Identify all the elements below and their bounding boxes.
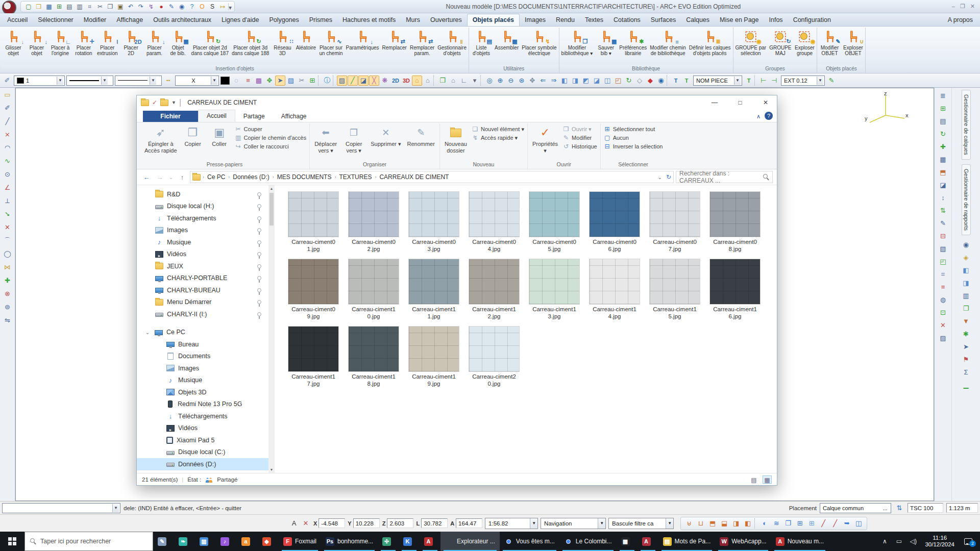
tool-icon[interactable]: ◎: [484, 76, 495, 86]
ribbon-button[interactable]: ❒ Modifier bibliothèque ▾: [560, 28, 595, 64]
taskbar-app-button[interactable]: ❧: [174, 532, 195, 551]
breadcrumb-item[interactable]: Données (D:): [231, 172, 271, 182]
qat-icon[interactable]: ↦: [218, 2, 227, 11]
ribbon-button[interactable]: ↓ Paramétriques: [345, 28, 381, 64]
sidebar-item[interactable]: Musique: [137, 236, 268, 248]
menu-tab[interactable]: Infos: [764, 14, 788, 26]
tool-icon[interactable]: ✕: [938, 320, 948, 331]
file-item[interactable]: Carreau-ciment12.jpg: [467, 259, 522, 326]
linewidth-combobox[interactable]: ▼: [115, 76, 162, 86]
ribbon-button[interactable]: ↻ Placer objet 2d dans calque 187: [190, 28, 230, 64]
tool-icon[interactable]: ➘: [3, 209, 13, 219]
tool-icon[interactable]: ✱: [961, 329, 971, 339]
tool-icon[interactable]: ⊗: [3, 289, 13, 299]
tool-icon[interactable]: ⊣: [769, 76, 779, 86]
tool-icon[interactable]: ⊖: [506, 76, 516, 86]
linetype-combobox[interactable]: ▼: [66, 76, 113, 86]
status-icon[interactable]: A: [289, 518, 299, 529]
file-item[interactable]: Carreau-ciment01.jpg: [286, 191, 341, 259]
action-center-button[interactable]: 2: [960, 538, 977, 545]
file-item[interactable]: Carreau-ciment03.jpg: [406, 191, 461, 259]
menu-tab[interactable]: Murs: [401, 14, 425, 26]
chevron-down-icon[interactable]: ⌄: [144, 330, 151, 335]
tool-icon[interactable]: ╱: [818, 518, 828, 529]
tool-icon[interactable]: ╱: [3, 116, 13, 127]
tool-icon[interactable]: ⊡: [938, 308, 948, 318]
tool-icon[interactable]: ◐: [760, 518, 770, 529]
sidebar-item[interactable]: Images: [137, 224, 268, 237]
sidebar-item[interactable]: Données (D:): [137, 458, 268, 470]
tool-icon[interactable]: ✕: [3, 222, 13, 233]
taskbar-app-button[interactable]: Vous êtes m...: [500, 532, 559, 551]
taskbar-app-button[interactable]: ▤ Mots de Pa...: [658, 532, 716, 551]
tool-icon[interactable]: [333, 76, 336, 86]
coordinate-value[interactable]: 10.228: [353, 518, 380, 528]
taskbar-app-button[interactable]: Explorateur ...: [440, 532, 500, 551]
ribbon-big-button[interactable]: ❐ Copier: [180, 123, 206, 155]
menu-tab[interactable]: Accueil: [2, 14, 33, 26]
height-field[interactable]: 1.123 m: [946, 503, 978, 513]
ribbon-button[interactable]: ↻ GROUPE MAJ: [768, 28, 793, 64]
explorer-title-bar[interactable]: ✓ ▼ | CARREAUX DE CIMENT — □ ✕: [137, 95, 777, 110]
ribbon-button[interactable]: ≡ Modifier chemin de bibliothèque: [648, 28, 688, 64]
tool-icon[interactable]: ◩: [581, 76, 591, 86]
coordinate-value[interactable]: 2.603: [387, 518, 413, 528]
ribbon-button[interactable]: I Placer extrusion: [95, 28, 119, 64]
taskbar-app-button[interactable]: ♪: [216, 532, 237, 551]
tool-icon[interactable]: ➤: [275, 76, 285, 86]
tool-icon[interactable]: ❐: [783, 518, 793, 529]
tool-icon[interactable]: 2D: [390, 76, 401, 86]
file-item[interactable]: Carreau-ciment10.jpg: [346, 259, 401, 326]
tool-icon[interactable]: ◪: [592, 76, 602, 86]
coordinate-value[interactable]: -4.548: [318, 518, 345, 528]
tool-icon[interactable]: ◉: [961, 240, 971, 250]
menu-tab[interactable]: Modifier: [79, 14, 111, 26]
qat-icon[interactable]: ?: [187, 2, 197, 11]
sidebar-item[interactable]: Disque local (C:): [137, 446, 268, 459]
file-item[interactable]: Carreau-ciment20.jpg: [467, 326, 522, 393]
ribbon-button[interactable]: ◉ GROUPE par sélection: [734, 28, 768, 64]
sidebar-item[interactable]: CHARLY-II (I:): [137, 308, 268, 320]
taskbar-app-button[interactable]: W WebAcapp...: [715, 532, 771, 551]
taskbar-app-button[interactable]: Ps bonhomme...: [321, 532, 378, 551]
sidebar-item[interactable]: Objets 3D: [137, 386, 268, 398]
qat-icon[interactable]: S: [208, 2, 217, 11]
hatch-combobox[interactable]: X ▼: [175, 76, 219, 86]
tool-icon[interactable]: ➥: [842, 518, 852, 529]
tool-icon[interactable]: ↕: [938, 193, 948, 203]
file-item[interactable]: Carreau-ciment09.jpg: [286, 259, 341, 326]
properties-button[interactable]: ✓ Propriétés ▾: [530, 123, 560, 155]
ribbon-button[interactable]: 2D Placer 2D: [119, 28, 143, 64]
tool-icon[interactable]: [667, 76, 670, 86]
taskbar-app-button[interactable]: ✣: [378, 532, 399, 551]
file-item[interactable]: Carreau-ciment05.jpg: [527, 191, 582, 259]
tool-icon[interactable]: ▤: [938, 116, 948, 127]
tool-icon[interactable]: ⌂: [423, 76, 433, 86]
tool-icon[interactable]: ◠: [3, 143, 13, 153]
menu-tab[interactable]: Polygones: [264, 14, 304, 26]
tool-icon[interactable]: ⋈: [3, 262, 13, 272]
tool-icon[interactable]: ╱: [348, 76, 358, 86]
qat-icon[interactable]: ◉ ▾: [177, 2, 186, 11]
tool-icon[interactable]: ⊟: [938, 231, 948, 241]
coordinate-value[interactable]: 30.782: [421, 518, 448, 528]
match-properties-icon[interactable]: ✐: [2, 76, 12, 86]
tool-icon[interactable]: ◆: [645, 76, 655, 86]
ribbon-button[interactable]: ✛ Placer rotation: [72, 28, 95, 64]
file-item[interactable]: Carreau-ciment11.jpg: [406, 259, 461, 326]
breadcrumb-item[interactable]: TEXTURES: [337, 172, 374, 182]
tool-icon[interactable]: ∠: [3, 183, 13, 193]
taskbar-search-input[interactable]: Taper ici pour rechercher: [24, 532, 153, 551]
tool-icon[interactable]: ╱: [830, 518, 840, 529]
file-item[interactable]: Carreau-ciment14.jpg: [587, 259, 642, 326]
tool-icon[interactable]: ⊎: [684, 518, 694, 529]
menu-tab[interactable]: Objets placés: [467, 14, 520, 26]
breadcrumb[interactable]: › Ce PC› Données (D:)› MES DOCUMENTS› TE…: [190, 171, 674, 183]
tray-chevron-icon[interactable]: ∧: [878, 538, 891, 545]
layer-swap-icon[interactable]: ⇅: [894, 503, 904, 513]
volume-icon[interactable]: ◁): [906, 538, 920, 545]
sidebar-item[interactable]: Menu Démarrer: [137, 296, 268, 309]
sidebar-item[interactable]: CHARLY-PORTABLE: [137, 272, 268, 285]
tool-icon[interactable]: ◨: [961, 278, 971, 288]
tool-icon[interactable]: ▨: [938, 333, 948, 343]
